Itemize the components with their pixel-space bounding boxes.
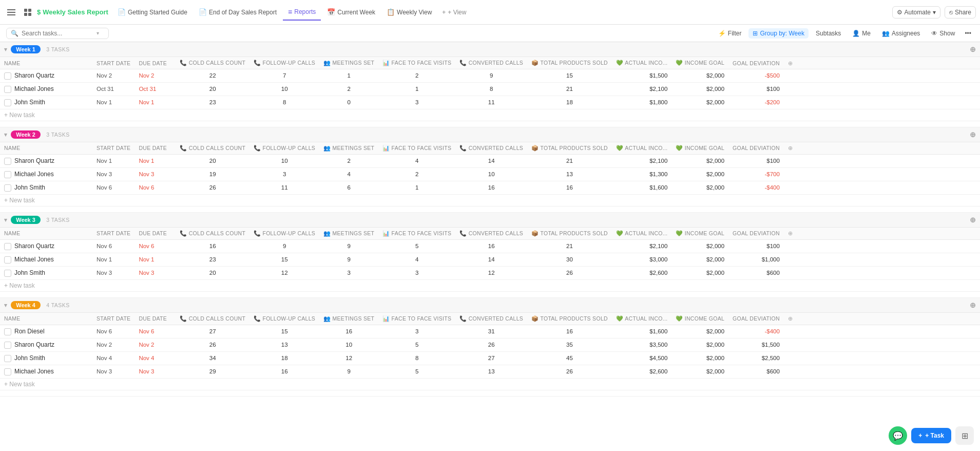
task-checkbox[interactable]	[4, 256, 11, 264]
tab-icon: ≡	[288, 8, 292, 16]
subtasks-button[interactable]: Subtasks	[812, 28, 845, 39]
week-add-btn[interactable]: ⊕	[970, 45, 976, 53]
svg-rect-0	[7, 9, 15, 10]
cell-name[interactable]: John Smith	[0, 181, 92, 194]
cell-name[interactable]: Sharon Quartz	[0, 239, 92, 253]
week-group-week3: ▾ Week 3 3 TASKS ⊕	[0, 212, 980, 227]
tab-weekly-view[interactable]: 📋 Weekly View	[381, 4, 437, 21]
money-value: $1,500	[728, 338, 784, 351]
cell-name[interactable]: Sharon Quartz	[0, 338, 92, 351]
hamburger-menu[interactable]	[4, 5, 18, 20]
task-name: Sharon Quartz	[14, 72, 54, 79]
top-navigation: $ Weekly Sales Report 📄 Getting Started …	[0, 0, 980, 25]
col-header-followup_calls: 📞FOLLOW-UP CALLS	[249, 57, 319, 69]
num-value: 31	[455, 325, 527, 338]
add-view-button[interactable]: + + View	[438, 7, 470, 18]
collapse-btn[interactable]: ▾	[4, 46, 7, 52]
new-task-row[interactable]: + New task	[0, 109, 980, 121]
task-row: John SmithNov 3Nov 32012331226$2,600$2,0…	[0, 266, 980, 279]
tab-reports[interactable]: ≡ Reports	[283, 4, 321, 21]
task-name: John Smith	[14, 269, 45, 276]
new-task-row[interactable]: + New task	[0, 194, 980, 206]
task-checkbox[interactable]	[4, 184, 11, 192]
date-value: Nov 2	[97, 72, 112, 79]
cell-name[interactable]: Michael Jones	[0, 253, 92, 266]
task-checkbox[interactable]	[4, 243, 11, 250]
tab-getting-started[interactable]: 📄 Getting Started Guide	[112, 4, 193, 21]
col-add[interactable]: ⊕	[784, 57, 980, 69]
num-value: 1	[378, 82, 455, 96]
cell-name[interactable]: John Smith	[0, 351, 92, 365]
new-task-label[interactable]: + New task	[0, 378, 980, 390]
share-icon: ⎋	[949, 9, 953, 16]
task-checkbox[interactable]	[4, 171, 11, 178]
task-checkbox[interactable]	[4, 368, 11, 375]
nav-right-actions: ⚙ Automate ▾ ⎋ Share	[892, 6, 976, 18]
task-checkbox[interactable]	[4, 99, 11, 106]
collapse-btn[interactable]: ▾	[4, 131, 7, 138]
num-value: 30	[527, 253, 612, 266]
search-box[interactable]: 🔍 ▾	[6, 28, 109, 39]
share-button[interactable]: ⎋ Share	[945, 6, 976, 18]
chat-button[interactable]: 💬	[889, 426, 907, 445]
task-checkbox[interactable]	[4, 328, 11, 335]
task-checkbox[interactable]	[4, 158, 11, 165]
col-add[interactable]: ⊕	[784, 227, 980, 239]
cell-start_date: Nov 6	[92, 239, 134, 253]
search-icon: 🔍	[11, 30, 18, 37]
grid-view-button[interactable]: ⊞	[955, 426, 974, 445]
collapse-btn[interactable]: ▾	[4, 302, 7, 308]
more-options-button[interactable]: •••	[962, 28, 974, 39]
new-task-label[interactable]: + New task	[0, 279, 980, 291]
show-button[interactable]: 👁 Show	[927, 28, 959, 39]
cell-name[interactable]: John Smith	[0, 96, 92, 109]
new-task-row[interactable]: + New task	[0, 279, 980, 291]
tab-end-of-day[interactable]: 📄 End of Day Sales Report	[194, 4, 282, 21]
assignees-button[interactable]: 👥 Assignees	[878, 28, 924, 39]
week-add-btn[interactable]: ⊕	[970, 301, 976, 309]
date-value: Nov 2	[97, 342, 112, 348]
plus-icon: +	[442, 9, 446, 16]
task-checkbox[interactable]	[4, 355, 11, 362]
task-checkbox[interactable]	[4, 72, 11, 80]
cell-due_date: Nov 2	[134, 338, 176, 351]
new-task-row[interactable]: + New task	[0, 378, 980, 390]
new-task-label[interactable]: + New task	[0, 109, 980, 121]
group-by-button[interactable]: ⊞ Group by: Week	[748, 28, 808, 39]
grid-icon: ⊞	[962, 431, 968, 441]
search-input[interactable]	[22, 30, 93, 37]
cell-name[interactable]: Ron Diesel	[0, 325, 92, 338]
col-add[interactable]: ⊕	[784, 142, 980, 154]
col-add[interactable]: ⊕	[784, 312, 980, 325]
money-value: $2,100	[612, 239, 671, 253]
cell-name[interactable]: Michael Jones	[0, 365, 92, 378]
task-name: John Smith	[14, 99, 45, 106]
task-checkbox[interactable]	[4, 86, 11, 93]
tab-icon: 📋	[387, 8, 395, 16]
col-header-face_visits: 📊FACE TO FACE VISITS	[378, 142, 455, 154]
task-checkbox[interactable]	[4, 270, 11, 277]
apps-icon[interactable]	[21, 5, 35, 20]
col-header-actual_income: 💚ACTUAL INCO...	[612, 227, 671, 239]
task-count: 3 TASKS	[46, 131, 70, 138]
automate-icon: ⚙	[897, 9, 902, 16]
new-task-label[interactable]: + New task	[0, 194, 980, 206]
cell-name[interactable]: Michael Jones	[0, 167, 92, 181]
week-add-btn[interactable]: ⊕	[970, 130, 976, 139]
cell-name[interactable]: Michael Jones	[0, 82, 92, 96]
week-add-btn[interactable]: ⊕	[970, 216, 976, 224]
cell-name[interactable]: Sharon Quartz	[0, 69, 92, 83]
task-checkbox[interactable]	[4, 342, 11, 349]
automate-button[interactable]: ⚙ Automate ▾	[892, 6, 940, 18]
add-task-button[interactable]: + + Task	[911, 428, 951, 443]
cell-name[interactable]: Sharon Quartz	[0, 154, 92, 167]
filter-button[interactable]: ⚡ Filter	[714, 28, 746, 39]
filter-icon: ⚡	[718, 30, 726, 37]
tab-current-week[interactable]: 📅 Current Week	[322, 4, 380, 21]
money-value: $4,500	[612, 351, 671, 365]
me-button[interactable]: 👤 Me	[848, 28, 875, 39]
cell-name[interactable]: John Smith	[0, 266, 92, 279]
num-value: 10	[249, 154, 319, 167]
num-value: 26	[176, 181, 249, 194]
collapse-btn[interactable]: ▾	[4, 217, 7, 223]
